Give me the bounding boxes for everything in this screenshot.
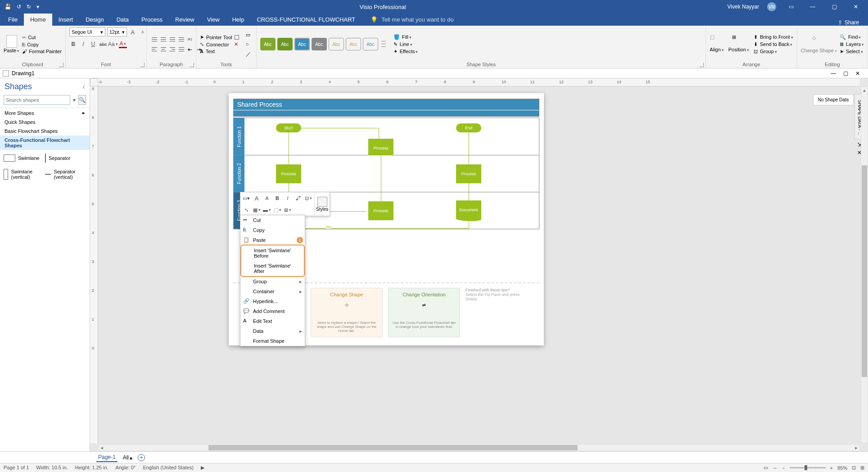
mini-highlight-button[interactable]: 🖍: [294, 194, 303, 203]
ctx-copy[interactable]: ⎘Copy: [240, 225, 305, 235]
process-shape[interactable]: Process: [276, 164, 301, 183]
mini-shrink-font-button[interactable]: A: [262, 194, 271, 203]
minimize-icon[interactable]: —: [806, 0, 819, 14]
connector[interactable]: [381, 192, 381, 201]
tab-data[interactable]: Data: [110, 14, 135, 26]
increase-font-button[interactable]: [129, 28, 137, 36]
ctx-format-shape[interactable]: Format Shape: [240, 336, 305, 346]
tab-insert[interactable]: Insert: [52, 14, 80, 26]
process-shape[interactable]: Process: [456, 164, 481, 183]
bold-button[interactable]: B: [69, 40, 77, 48]
doc-max-icon[interactable]: ▢: [843, 70, 848, 77]
redo-icon[interactable]: ↻: [27, 4, 31, 10]
lane-2-header[interactable]: Function 2: [234, 155, 244, 192]
tab-review[interactable]: Review: [169, 14, 201, 26]
font-dialog-launcher[interactable]: [140, 63, 145, 67]
mini-italic-button[interactable]: I: [283, 194, 292, 203]
style-option[interactable]: Abc: [260, 38, 276, 50]
save-icon[interactable]: 💾: [5, 4, 11, 10]
macro-icon[interactable]: ▶: [201, 465, 204, 471]
share-button[interactable]: ⇪ Share: [838, 19, 859, 26]
master-swimlane-v[interactable]: Swimlane (vertical): [4, 169, 41, 180]
close-icon[interactable]: ✕: [849, 0, 863, 14]
mini-textbox-button[interactable]: ▭▾: [242, 194, 251, 203]
zoom-slider[interactable]: [790, 467, 826, 468]
tip-change-orientation[interactable]: Change Orientation ⇄ Use the Cross-Funct…: [388, 288, 460, 337]
horizontal-scrollbar[interactable]: ◂ ▸: [98, 444, 860, 451]
zoom-out-button[interactable]: −: [782, 465, 785, 471]
collapse-shapes-icon[interactable]: ‹: [83, 83, 85, 91]
style-option[interactable]: Abc: [346, 38, 361, 50]
paste-button[interactable]: Paste: [4, 35, 19, 53]
ctx-data[interactable]: Data▸: [240, 326, 305, 336]
stencil-quick[interactable]: Quick Shapes: [0, 118, 90, 127]
search-button[interactable]: 🔍: [78, 95, 86, 105]
align-right-button[interactable]: [168, 45, 176, 53]
tell-me[interactable]: 💡 Tell me what you want to do: [371, 14, 453, 26]
mini-grow-font-button[interactable]: A: [252, 194, 261, 203]
ellipse-tool-button[interactable]: ○: [244, 40, 253, 48]
status-language[interactable]: English (United States): [143, 465, 194, 471]
align-left-button[interactable]: [150, 45, 158, 53]
font-name-select[interactable]: Segoe UI▾: [69, 27, 105, 36]
change-case-button[interactable]: Aa: [109, 40, 117, 48]
tab-cff[interactable]: CROSS-FUNCTIONAL FLOWCHART: [250, 14, 362, 26]
h-scroll-thumb[interactable]: [208, 445, 578, 450]
ctx-add-comment[interactable]: 💬Add Comment: [240, 306, 305, 316]
mini-align-button[interactable]: ⬚: [273, 205, 282, 214]
stencil-cff[interactable]: Cross-Functional Flowchart Shapes: [0, 136, 90, 150]
zoom-level[interactable]: 85%: [837, 465, 847, 471]
ctx-insert-after[interactable]: Insert 'Swimlane' After: [241, 261, 304, 276]
position-button[interactable]: ⊞Position: [728, 34, 749, 54]
master-separator-v[interactable]: Separator (vertical): [45, 169, 82, 180]
lane-1-header[interactable]: Function 1: [234, 118, 244, 155]
page-width-icon[interactable]: ↔: [773, 465, 778, 471]
rectangle-tool-button[interactable]: ▭: [244, 31, 253, 39]
cut-button[interactable]: ✂Cut: [22, 35, 62, 41]
connector-tool-button[interactable]: ⤡Connector✕: [200, 41, 239, 47]
tab-help[interactable]: Help: [226, 14, 251, 26]
mini-arrange-button[interactable]: ⊞: [283, 205, 292, 214]
swimlane-container-title[interactable]: Shared Process: [233, 99, 539, 117]
strike-button[interactable]: abc: [99, 40, 107, 48]
align-button[interactable]: ⬚Align: [710, 34, 723, 54]
document-shape[interactable]: Document: [456, 200, 481, 219]
decrease-font-button[interactable]: [139, 28, 147, 36]
qat-more-icon[interactable]: ▾: [36, 4, 39, 10]
fit-page-icon[interactable]: ⊡: [852, 465, 856, 471]
connector[interactable]: [469, 192, 469, 200]
align-bottom-button[interactable]: [168, 35, 176, 43]
style-option[interactable]: Abc: [363, 38, 378, 50]
connector[interactable]: [289, 155, 289, 164]
tip-change-shape[interactable]: Change Shape ◇ Need to replace a shape? …: [311, 288, 383, 337]
clipboard-dialog-launcher[interactable]: [59, 63, 63, 67]
page-all-button[interactable]: All ▴: [123, 454, 132, 461]
mini-connector-button[interactable]: ⤡: [242, 205, 251, 214]
style-option-selected[interactable]: Abc: [294, 38, 310, 50]
find-button[interactable]: 🔍Find: [840, 34, 864, 40]
bullets-button[interactable]: [177, 35, 185, 43]
maximize-icon[interactable]: ▢: [827, 0, 841, 14]
process-shape[interactable]: Process: [368, 139, 393, 158]
paragraph-dialog-launcher[interactable]: [190, 63, 194, 67]
fill-button[interactable]: 🪣Fill: [393, 34, 418, 40]
font-size-select[interactable]: 12pt.▾: [107, 27, 127, 36]
vertical-scrollbar[interactable]: ▴: [861, 86, 868, 443]
master-swimlane[interactable]: Swimlane: [4, 154, 41, 163]
process-shape[interactable]: Process: [368, 201, 393, 220]
shape-styles-dialog-launcher[interactable]: [699, 63, 704, 67]
user-avatar[interactable]: VN: [767, 2, 776, 11]
tab-view[interactable]: View: [201, 14, 226, 26]
page-tab-1[interactable]: Page-1: [96, 453, 118, 462]
line-tool-button[interactable]: ／: [244, 50, 253, 58]
mini-bold-button[interactable]: B: [273, 194, 282, 203]
switch-windows-icon[interactable]: ⊞: [860, 465, 864, 471]
align-center-button[interactable]: [159, 45, 167, 53]
group-button[interactable]: ⊡Group: [754, 49, 793, 54]
master-separator[interactable]: Separator: [45, 154, 82, 163]
ctx-cut[interactable]: ✂Cut: [240, 215, 305, 225]
connector[interactable]: [469, 219, 469, 228]
scroll-left-icon[interactable]: ◂: [99, 445, 105, 451]
more-shapes-item[interactable]: More Shapes▸: [0, 108, 90, 118]
lane-1[interactable]: Function 1 Start End Process: [234, 118, 539, 155]
